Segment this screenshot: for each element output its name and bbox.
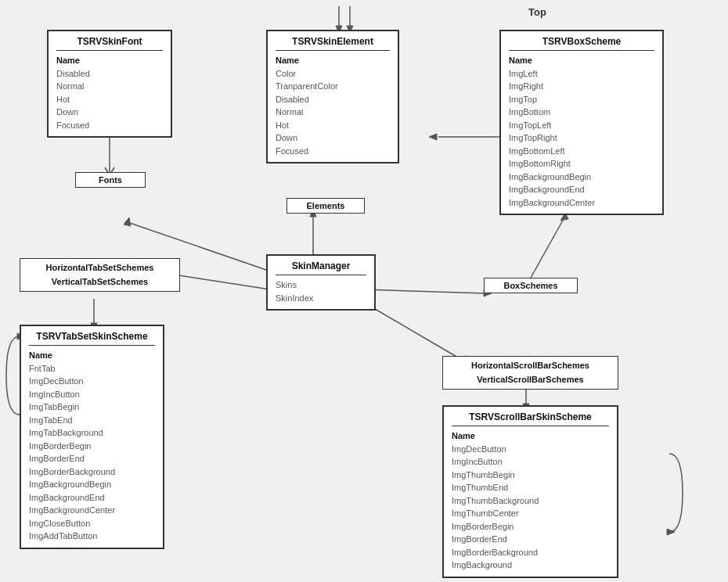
field-normal: Normal — [56, 80, 163, 93]
element-color: Color — [276, 67, 390, 81]
skinmanager-skins: Skins — [276, 278, 366, 292]
boxscheme-imgleft: ImgLeft — [509, 67, 654, 81]
boxscheme-imgbottomright: ImgBottomRight — [509, 157, 654, 171]
boxscheme-imgtopright: ImgTopRight — [509, 131, 654, 145]
scrollbar-imgbg: ImgBackground — [452, 559, 609, 572]
tabset-imgtabend: ImgTabEnd — [29, 414, 155, 427]
boxscheme-imgbgend: ImgBackgroundEnd — [509, 183, 654, 196]
tsrv-scrollbar-title: TSRVScrollBarSkinScheme — [452, 411, 609, 426]
boxscheme-imgbottom: ImgBottom — [509, 106, 654, 119]
scrollbar-imgborderbg: ImgBorderBackground — [452, 546, 609, 559]
svg-marker-10 — [429, 134, 437, 140]
element-down: Down — [276, 131, 390, 145]
boxschemes-label: BoxSchemes — [484, 278, 578, 293]
htabset-label: HorizontalTabSetSchemes VerticalTabSetSc… — [20, 258, 180, 292]
diagram-container: TSRVSkinFont Name Disabled Normal Hot Do… — [0, 0, 728, 582]
svg-line-13 — [531, 219, 564, 278]
tabset-imgtabbegin: ImgTabBegin — [29, 401, 155, 414]
top-label: Top — [528, 6, 546, 18]
field-name: Name — [56, 54, 163, 67]
scrollbar-name: Name — [452, 429, 609, 443]
boxscheme-imgbottomleft: ImgBottomLeft — [509, 145, 654, 158]
scrollbar-imgborderend: ImgBorderEnd — [452, 533, 609, 546]
tabset-imgclosebutton: ImgCloseButton — [29, 517, 155, 530]
svg-marker-24 — [667, 529, 675, 535]
hscrollbar-label: HorizontalScrollBarSchemes VerticalScrol… — [442, 356, 618, 390]
field-down: Down — [56, 106, 163, 119]
element-name: Name — [276, 54, 390, 67]
scrollbar-imgthumbcenter: ImgThumbCenter — [452, 507, 609, 520]
fonts-text: Fonts — [99, 175, 122, 185]
tabset-imgbgcenter: ImgBackgroundCenter — [29, 504, 155, 517]
tsrv-skin-element-box: TSRVSkinElement Name Color TranparentCol… — [266, 30, 399, 163]
boxscheme-imgtopleft: ImgTopLeft — [509, 119, 654, 132]
tabset-imgborderbegin: ImgBorderBegin — [29, 440, 155, 453]
scrollbar-imgthumbbg: ImgThumbBackground — [452, 494, 609, 508]
tabset-imgborderend: ImgBorderEnd — [29, 452, 155, 465]
scrollbar-imgthumbend: ImgThumbEnd — [452, 481, 609, 494]
svg-line-11 — [364, 289, 485, 293]
skin-manager-title: SkinManager — [276, 260, 366, 275]
tabset-imgborderbg: ImgBorderBackground — [29, 465, 155, 479]
tabset-imgaddtab: ImgAddTabButton — [29, 530, 155, 543]
boxscheme-imgtop: ImgTop — [509, 93, 654, 106]
svg-line-15 — [362, 301, 462, 360]
tabset-imgincbutton: ImgIncButton — [29, 388, 155, 401]
svg-marker-6 — [124, 217, 131, 226]
tabset-imgbgend: ImgBackgroundEnd — [29, 491, 155, 505]
fonts-label: Fonts — [75, 172, 146, 188]
tabset-name: Name — [29, 349, 155, 362]
field-disabled: Disabled — [56, 67, 163, 81]
boxscheme-imgright: ImgRight — [509, 80, 654, 93]
element-focused: Focused — [276, 145, 390, 158]
tsrv-box-scheme-box: TSRVBoxScheme Name ImgLeft ImgRight ImgT… — [499, 30, 664, 215]
boxschemes-text: BoxSchemes — [503, 281, 557, 290]
boxscheme-imgbgbegin: ImgBackgroundBegin — [509, 171, 654, 184]
tabset-imgdecbutton: ImgDecButton — [29, 375, 155, 388]
elements-label: Elements — [287, 198, 365, 214]
skin-manager-box: SkinManager Skins SkinIndex — [266, 254, 376, 311]
tsrvskin-font-box: TSRVSkinFont Name Disabled Normal Hot Do… — [47, 30, 172, 138]
vscrollbar-line2: VerticalScrollBarSchemes — [449, 373, 611, 387]
tsrv-scrollbar-scheme-box: TSRVScrollBarSkinScheme Name ImgDecButto… — [442, 405, 618, 578]
tsrv-tabset-title: TSRVTabSetSkinScheme — [29, 331, 155, 346]
boxscheme-name: Name — [509, 54, 654, 67]
element-hot: Hot — [276, 119, 390, 132]
scrollbar-imgborderbegin: ImgBorderBegin — [452, 520, 609, 534]
scrollbar-imgthumbbegin: ImgThumbBegin — [452, 469, 609, 482]
htabset-line1: HorizontalTabSetSchemes — [27, 261, 173, 275]
field-hot: Hot — [56, 93, 163, 106]
boxscheme-imgbgcenter: ImgBackgroundCenter — [509, 196, 654, 210]
tabset-imgtabbg: ImgTabBackground — [29, 426, 155, 440]
tsrv-skin-element-title: TSRVSkinElement — [276, 36, 390, 51]
tsrvskin-font-title: TSRVSkinFont — [56, 36, 163, 51]
tabset-fnttab: FntTab — [29, 362, 155, 375]
skinmanager-skinindex: SkinIndex — [276, 292, 366, 305]
tabset-imgbgbegin: ImgBackgroundBegin — [29, 478, 155, 491]
elements-text: Elements — [307, 201, 345, 210]
hscrollbar-line1: HorizontalScrollBarSchemes — [449, 359, 611, 373]
scrollbar-imgdecbutton: ImgDecButton — [452, 443, 609, 456]
element-transparentcolor: TranparentColor — [276, 80, 390, 93]
element-normal: Normal — [276, 106, 390, 119]
field-focused: Focused — [56, 119, 163, 132]
tsrv-box-scheme-title: TSRVBoxScheme — [509, 36, 654, 51]
tsrv-tabset-scheme-box: TSRVTabSetSkinScheme Name FntTab ImgDecB… — [20, 325, 164, 549]
element-disabled: Disabled — [276, 93, 390, 106]
scrollbar-imgincbutton: ImgIncButton — [452, 455, 609, 469]
svg-line-19 — [168, 274, 270, 289]
vtabset-line2: VerticalTabSetSchemes — [27, 275, 173, 289]
